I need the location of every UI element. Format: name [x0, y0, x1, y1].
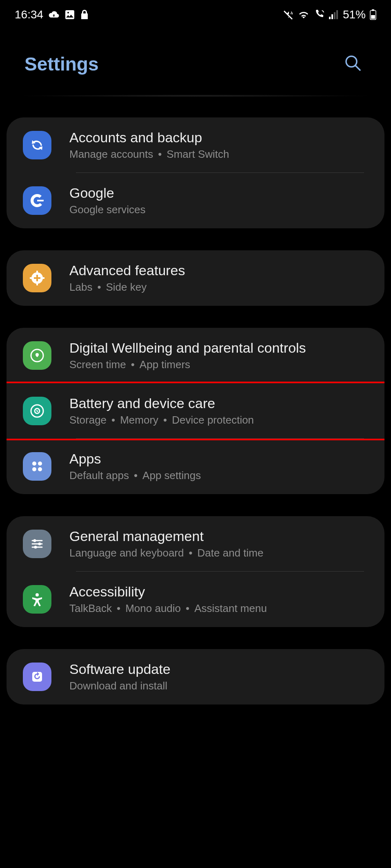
wellbeing-icon — [23, 341, 51, 370]
cloud-icon — [48, 10, 60, 19]
plus-gear-icon — [23, 264, 51, 292]
item-subtitle: Default apps•App settings — [69, 469, 201, 482]
item-text: Google Google services — [69, 185, 145, 216]
svg-rect-15 — [36, 283, 38, 285]
image-icon — [64, 9, 75, 20]
item-text: Battery and device care Storage•Memory•D… — [69, 395, 254, 426]
svg-point-31 — [36, 593, 39, 596]
sliders-icon — [23, 530, 51, 558]
settings-item-wellbeing[interactable]: Digital Wellbeing and parental controls … — [7, 328, 384, 383]
page-title: Settings — [24, 53, 98, 75]
svg-point-22 — [38, 462, 42, 466]
item-subtitle: Storage•Memory•Device protection — [69, 414, 254, 426]
signal-icon — [329, 10, 339, 19]
svg-rect-17 — [42, 277, 44, 279]
battery-icon — [370, 9, 376, 20]
settings-item-battery[interactable]: Battery and device care Storage•Memory•D… — [7, 382, 384, 440]
item-title: Battery and device care — [69, 395, 254, 411]
svg-rect-8 — [371, 15, 375, 19]
svg-point-30 — [34, 546, 37, 549]
settings-group: Advanced features Labs•Side key — [7, 250, 384, 306]
svg-point-29 — [38, 543, 41, 546]
settings-group: Digital Wellbeing and parental controls … — [7, 328, 384, 494]
svg-rect-13 — [34, 277, 40, 279]
item-title: Accessibility — [69, 584, 267, 600]
item-subtitle: Manage accounts•Smart Switch — [69, 148, 229, 161]
status-time: 16:34 — [15, 8, 43, 21]
item-title: Accounts and backup — [69, 130, 229, 146]
item-subtitle: Language and keyboard•Date and time — [69, 547, 263, 559]
settings-item-general[interactable]: General management Language and keyboard… — [7, 516, 384, 572]
item-title: Apps — [69, 451, 201, 467]
svg-rect-0 — [65, 10, 74, 19]
svg-rect-5 — [336, 10, 338, 19]
item-title: Advanced features — [69, 263, 185, 278]
settings-item-software[interactable]: Software update Download and install — [7, 649, 384, 705]
svg-point-1 — [67, 12, 69, 13]
settings-item-accessibility[interactable]: Accessibility TalkBack•Mono audio•Assist… — [7, 572, 384, 627]
item-subtitle: TalkBack•Mono audio•Assistant menu — [69, 602, 267, 615]
svg-rect-7 — [372, 9, 374, 11]
svg-rect-3 — [331, 14, 333, 19]
svg-point-23 — [32, 467, 36, 471]
item-text: Digital Wellbeing and parental controls … — [69, 340, 306, 371]
svg-point-24 — [38, 467, 42, 471]
svg-rect-4 — [334, 12, 335, 19]
wifi-calling-icon — [313, 9, 325, 20]
settings-group: General management Language and keyboard… — [7, 516, 384, 627]
status-bar: 16:34 51% — [0, 0, 391, 29]
item-title: Software update — [69, 661, 171, 677]
google-icon — [23, 186, 51, 215]
settings-item-google[interactable]: Google Google services — [7, 173, 384, 228]
item-title: General management — [69, 528, 263, 544]
svg-point-28 — [33, 539, 36, 542]
svg-rect-14 — [36, 271, 38, 273]
item-text: General management Language and keyboard… — [69, 528, 263, 559]
svg-point-21 — [32, 462, 36, 466]
svg-line-10 — [355, 66, 360, 70]
item-subtitle: Screen time•App timers — [69, 358, 306, 371]
item-text: Advanced features Labs•Side key — [69, 263, 185, 294]
status-right: 51% — [283, 8, 376, 21]
header: Settings — [0, 29, 391, 95]
search-button[interactable] — [340, 50, 367, 78]
settings-group: Accounts and backup Manage accounts•Smar… — [7, 117, 384, 228]
settings-group: Software update Download and install — [7, 649, 384, 705]
shadow-divider — [16, 95, 375, 97]
item-text: Accounts and backup Manage accounts•Smar… — [69, 130, 229, 161]
item-subtitle: Google services — [69, 203, 145, 216]
svg-rect-2 — [329, 17, 331, 19]
update-icon — [23, 663, 51, 691]
settings-item-advanced[interactable]: Advanced features Labs•Side key — [7, 250, 384, 306]
lock-icon — [80, 9, 89, 20]
search-icon — [344, 54, 362, 73]
wifi-icon — [298, 10, 309, 19]
item-text: Apps Default apps•App settings — [69, 451, 201, 482]
settings-item-apps[interactable]: Apps Default apps•App settings — [7, 439, 384, 494]
settings-item-accounts[interactable]: Accounts and backup Manage accounts•Smar… — [7, 117, 384, 173]
apps-icon — [23, 452, 51, 481]
accessibility-icon — [23, 585, 51, 614]
battery-percent: 51% — [343, 8, 366, 21]
item-text: Accessibility TalkBack•Mono audio•Assist… — [69, 584, 267, 615]
item-title: Google — [69, 185, 145, 201]
svg-rect-16 — [30, 277, 32, 279]
item-text: Software update Download and install — [69, 661, 171, 692]
status-left: 16:34 — [15, 8, 89, 21]
item-subtitle: Labs•Side key — [69, 281, 185, 294]
sync-icon — [23, 131, 51, 159]
item-subtitle: Download and install — [69, 680, 171, 692]
item-title: Digital Wellbeing and parental controls — [69, 340, 306, 356]
device-care-icon — [23, 397, 51, 425]
mute-icon — [283, 9, 294, 20]
